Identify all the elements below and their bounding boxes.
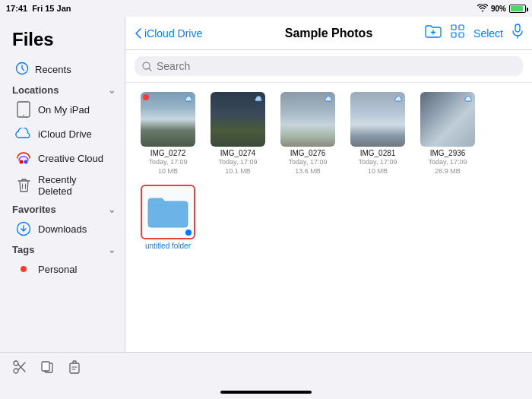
file-thumbnail xyxy=(420,92,475,147)
status-left: 17:41 Fri 15 Jan xyxy=(6,4,71,13)
folder-icon xyxy=(147,194,189,230)
home-indicator xyxy=(220,391,312,394)
file-meta-date: Today, 17:09 xyxy=(359,158,397,167)
file-thumbnail xyxy=(141,92,195,147)
svg-point-13 xyxy=(14,361,18,366)
file-meta-date: Today, 17:09 xyxy=(289,158,328,167)
list-item[interactable]: IMG_0274 Today, 17:09 10.1 MB xyxy=(207,92,268,176)
paste-button[interactable] xyxy=(67,359,82,378)
personal-tag-label: Personal xyxy=(38,264,77,275)
search-input-wrap[interactable] xyxy=(135,56,523,76)
date-display: Fri 15 Jan xyxy=(32,4,71,13)
main-layout: Files Recents Locations ⌄ xyxy=(0,17,532,352)
folder-thumbnail xyxy=(141,185,195,239)
sidebar-item-icloud-drive[interactable]: iCloud Drive xyxy=(3,122,122,146)
file-meta-size: 10 MB xyxy=(368,167,388,176)
locations-label: Locations xyxy=(12,84,59,96)
downloads-icon xyxy=(15,220,32,237)
search-input[interactable] xyxy=(157,60,515,72)
on-my-ipad-label: On My iPad xyxy=(38,104,90,116)
new-folder-item[interactable]: untitled folder xyxy=(138,185,198,251)
status-right: 90% xyxy=(477,4,526,14)
file-thumbnail xyxy=(280,92,335,147)
favorites-label: Favorites xyxy=(12,204,56,215)
file-meta-date: Today, 17:09 xyxy=(429,158,467,167)
tags-section-header[interactable]: Tags ⌄ xyxy=(0,241,125,257)
microphone-button[interactable] xyxy=(512,24,523,43)
scissors-button[interactable] xyxy=(12,359,27,378)
copy-button[interactable] xyxy=(40,359,55,378)
page-title: Sample Photos xyxy=(285,27,373,40)
file-name: IMG_2936 xyxy=(430,149,466,158)
select-label: Select xyxy=(473,27,503,40)
favorites-chevron: ⌄ xyxy=(108,204,116,215)
svg-rect-16 xyxy=(70,363,79,373)
nav-actions: Select xyxy=(425,24,523,43)
file-meta-size: 26.9 MB xyxy=(435,167,461,176)
sidebar-item-downloads[interactable]: Downloads xyxy=(3,217,122,241)
creative-cloud-label: Creative Cloud xyxy=(38,153,103,164)
personal-tag-icon xyxy=(15,261,32,277)
icloud-badge xyxy=(255,94,263,103)
list-item[interactable]: IMG_0272 Today, 17:09 10 MB xyxy=(138,92,198,176)
file-name: IMG_0276 xyxy=(290,149,326,158)
sidebar-item-personal[interactable]: Personal xyxy=(3,257,122,281)
icloud-badge xyxy=(325,94,333,103)
svg-rect-6 xyxy=(451,25,456,30)
sidebar-item-on-my-ipad[interactable]: On My iPad xyxy=(3,97,122,122)
svg-point-12 xyxy=(14,369,18,373)
file-name: IMG_0274 xyxy=(220,149,256,158)
creative-cloud-icon xyxy=(15,150,32,166)
svg-point-4 xyxy=(24,160,28,164)
sidebar-title: Files xyxy=(0,24,125,58)
select-button[interactable]: Select xyxy=(473,25,503,41)
list-item[interactable]: IMG_2936 Today, 17:09 26.9 MB xyxy=(417,92,478,176)
sidebar-item-recently-deleted[interactable]: Recently Deleted xyxy=(3,170,122,201)
svg-point-2 xyxy=(23,115,24,116)
icloud-badge xyxy=(394,94,403,103)
file-meta-size: 10.1 MB xyxy=(225,167,251,176)
tags-label: Tags xyxy=(12,244,34,255)
locations-chevron: ⌄ xyxy=(108,85,116,96)
svg-rect-9 xyxy=(459,33,464,37)
sidebar: Files Recents Locations ⌄ xyxy=(0,17,125,352)
svg-rect-7 xyxy=(459,25,464,30)
icloud-badge xyxy=(464,94,473,103)
bottom-bar xyxy=(0,385,532,399)
back-label: iCloud Drive xyxy=(144,27,202,40)
files-grid: IMG_0272 Today, 17:09 10 MB IMG_0274 Tod… xyxy=(125,83,532,352)
search-bar xyxy=(125,50,532,83)
recents-icon xyxy=(15,62,29,78)
offline-badge xyxy=(143,94,149,100)
file-meta-date: Today, 17:09 xyxy=(149,158,188,167)
battery-percentage: 90% xyxy=(491,5,506,13)
icloud-icon xyxy=(15,125,32,142)
wifi-icon xyxy=(477,4,488,14)
file-name: IMG_0281 xyxy=(360,149,396,158)
sidebar-item-recents[interactable]: Recents xyxy=(3,58,122,81)
icloud-drive-label: iCloud Drive xyxy=(38,128,92,140)
file-meta-size: 13.6 MB xyxy=(295,167,321,176)
recently-deleted-label: Recently Deleted xyxy=(38,174,112,197)
grid-view-button[interactable] xyxy=(451,24,464,42)
search-icon xyxy=(142,62,152,71)
folder-name: untitled folder xyxy=(145,242,191,251)
back-button[interactable]: iCloud Drive xyxy=(135,27,202,40)
sidebar-item-creative-cloud[interactable]: Creative Cloud xyxy=(3,146,122,170)
file-meta-size: 10 MB xyxy=(158,167,178,176)
recents-label: Recents xyxy=(35,64,71,75)
list-item[interactable]: IMG_0276 Today, 17:09 13.6 MB xyxy=(277,92,338,176)
icloud-badge xyxy=(185,94,193,103)
locations-section-header[interactable]: Locations ⌄ xyxy=(0,81,125,97)
file-thumbnail xyxy=(211,92,265,147)
favorites-section-header[interactable]: Favorites ⌄ xyxy=(0,201,125,217)
new-folder-button[interactable] xyxy=(425,24,442,42)
folder-selection-dot xyxy=(185,230,192,236)
svg-point-3 xyxy=(20,160,24,164)
list-item[interactable]: IMG_0281 Today, 17:09 10 MB xyxy=(347,92,408,176)
svg-rect-15 xyxy=(42,362,49,371)
file-name: IMG_0272 xyxy=(150,149,186,158)
nav-bar: iCloud Drive Sample Photos xyxy=(125,17,532,50)
svg-rect-10 xyxy=(515,24,520,32)
time-display: 17:41 xyxy=(6,4,27,13)
